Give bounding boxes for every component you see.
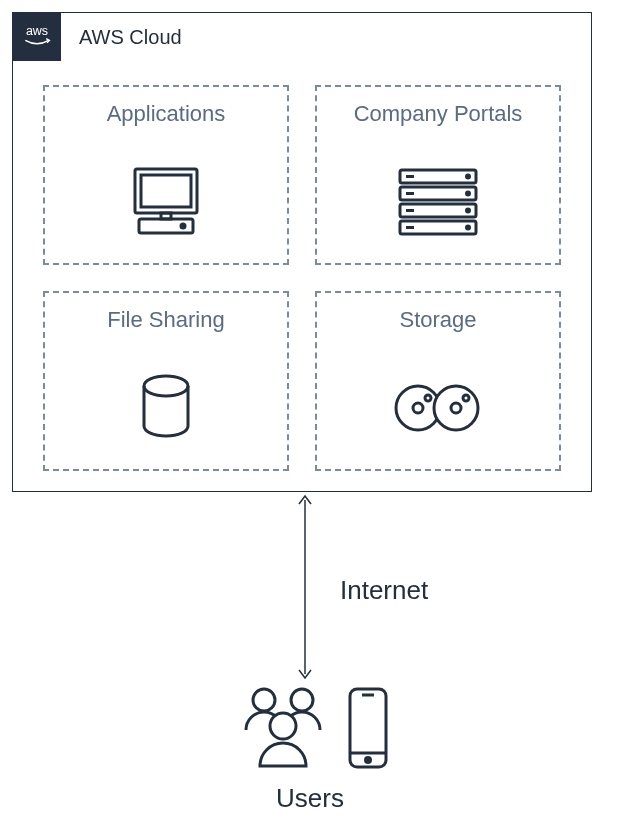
services-grid: Applications Company Portals xyxy=(13,61,591,501)
svg-point-15 xyxy=(467,192,470,195)
users-label: Users xyxy=(276,783,344,814)
svg-rect-5 xyxy=(161,213,171,219)
svg-rect-29 xyxy=(350,689,386,767)
svg-point-14 xyxy=(467,175,470,178)
box-label: Applications xyxy=(107,101,226,127)
svg-rect-2 xyxy=(141,175,191,207)
svg-point-18 xyxy=(144,376,188,396)
users-icons xyxy=(228,680,392,775)
applications-box: Applications xyxy=(43,85,289,265)
cloud-title: AWS Cloud xyxy=(79,26,182,49)
computer-icon xyxy=(45,141,287,263)
file-sharing-box: File Sharing xyxy=(43,291,289,471)
people-icon xyxy=(228,680,338,775)
box-label: File Sharing xyxy=(107,307,224,333)
box-label: Company Portals xyxy=(354,101,523,127)
cloud-header: aws AWS Cloud xyxy=(13,13,591,61)
connection-arrow xyxy=(295,492,315,682)
phone-icon xyxy=(344,683,392,773)
svg-point-31 xyxy=(366,757,371,762)
svg-point-28 xyxy=(270,713,296,739)
svg-point-16 xyxy=(467,209,470,212)
aws-logo-icon: aws xyxy=(17,17,57,57)
cylinder-icon xyxy=(45,347,287,469)
svg-point-22 xyxy=(434,386,478,430)
svg-text:aws: aws xyxy=(26,24,48,38)
box-label: Storage xyxy=(399,307,476,333)
servers-icon xyxy=(317,141,559,263)
svg-point-20 xyxy=(413,403,423,413)
svg-point-26 xyxy=(253,689,275,711)
svg-point-27 xyxy=(291,689,313,711)
storage-box: Storage xyxy=(315,291,561,471)
company-portals-box: Company Portals xyxy=(315,85,561,265)
svg-point-4 xyxy=(181,224,185,228)
aws-logo-badge: aws xyxy=(13,13,61,61)
aws-cloud-container: aws AWS Cloud Applications Company Porta… xyxy=(12,12,592,492)
svg-point-17 xyxy=(467,226,470,229)
internet-label: Internet xyxy=(340,575,428,606)
users-section: Users xyxy=(200,680,420,814)
svg-point-21 xyxy=(425,395,431,401)
discs-icon xyxy=(317,347,559,469)
